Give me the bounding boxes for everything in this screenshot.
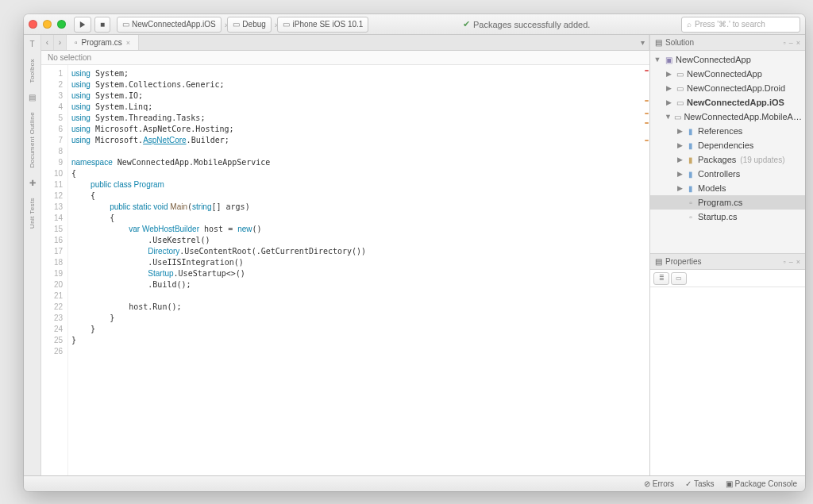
right-column: ▤ Solution ▫ – × ▼▣NewConnectedApp▶▭NewC… xyxy=(650,35,805,475)
disclosure-icon[interactable]: ▶ xyxy=(676,156,684,164)
project-selector[interactable]: ▭ NewConnectedApp.iOS xyxy=(117,17,222,33)
panel-close-icon[interactable]: × xyxy=(796,258,800,266)
disclosure-icon[interactable]: ▶ xyxy=(676,141,684,149)
disclosure-icon[interactable]: ▼ xyxy=(665,113,672,121)
disclosure-icon[interactable]: ▼ xyxy=(653,56,661,63)
disclosure-icon[interactable]: ▶ xyxy=(665,70,672,78)
search-icon: ⌕ xyxy=(687,20,692,29)
tree-node[interactable]: ▶▭NewConnectedApp.iOS xyxy=(650,95,805,110)
code-editor[interactable]: 1234567891011121314151617181920212223242… xyxy=(41,65,649,475)
properties-body xyxy=(650,287,805,475)
package-console-button[interactable]: ▣Package Console xyxy=(726,479,797,488)
run-button[interactable] xyxy=(74,17,91,33)
errors-pad-button[interactable]: ⊘Errors xyxy=(644,479,674,488)
panel-autohide-icon[interactable]: – xyxy=(789,258,793,266)
device-selector[interactable]: ▭ iPhone SE iOS 10.1 xyxy=(277,17,368,33)
tree-node[interactable]: ▼▣NewConnectedApp xyxy=(650,52,805,67)
properties-view-2[interactable]: ▭ xyxy=(671,272,687,285)
zoom-window-button[interactable] xyxy=(57,20,66,29)
breadcrumb-bar: No selection xyxy=(41,51,649,65)
device-icon: ▭ xyxy=(283,20,290,29)
main-toolbar: ■ ▭ NewConnectedApp.iOS › ▭ Debug › ▭ iP… xyxy=(24,14,805,35)
search-placeholder: Press '⌘.' to search xyxy=(695,20,765,29)
disclosure-icon[interactable]: ▶ xyxy=(676,127,684,135)
toolbox-icon: T xyxy=(29,40,34,48)
error-icon: ⊘ xyxy=(644,479,650,488)
stop-button[interactable]: ■ xyxy=(94,17,110,33)
left-pad-rail: T Toolbox ▤ Document Outline ✚ Unit Test… xyxy=(24,35,41,475)
solution-tree[interactable]: ▼▣NewConnectedApp▶▭NewConnectedApp▶▭NewC… xyxy=(650,51,805,253)
tree-label: Packages xyxy=(698,155,736,164)
tree-label: NewConnectedApp.iOS xyxy=(687,98,784,107)
selection-status: No selection xyxy=(48,53,91,62)
document-tabbar: ‹ › ▫ Program.cs × ▾ xyxy=(41,35,649,51)
line-gutter: 1234567891011121314151617181920212223242… xyxy=(41,65,68,475)
tree-node[interactable]: ▶▭NewConnectedApp.Droid xyxy=(650,81,805,95)
panel-autohide-icon[interactable]: – xyxy=(789,39,793,47)
panel-close-icon[interactable]: × xyxy=(796,39,800,47)
pad-document-outline[interactable]: Document Outline xyxy=(29,110,36,170)
config-label: Debug xyxy=(242,20,265,29)
properties-panel: ▤ Properties ▫ – × ≣ ▭ xyxy=(650,253,805,475)
status-message: ✔ Packages successfully added. xyxy=(372,19,681,29)
panel-options-icon[interactable]: ▫ xyxy=(784,39,786,47)
tree-node[interactable]: ▫Program.cs xyxy=(650,195,805,210)
tree-label: References xyxy=(698,126,742,136)
solution-icon: ▤ xyxy=(655,38,662,47)
nav-back-button[interactable]: ‹ xyxy=(41,35,54,50)
tree-label: Program.cs xyxy=(698,198,742,207)
tab-program-cs[interactable]: ▫ Program.cs × xyxy=(67,35,139,50)
tree-node[interactable]: ▶▮References xyxy=(650,124,805,138)
console-label: Package Console xyxy=(735,479,797,488)
tree-node[interactable]: ▶▮Dependencies xyxy=(650,138,805,152)
properties-view-1[interactable]: ≣ xyxy=(653,272,669,285)
tree-node[interactable]: ▫Startup.cs xyxy=(650,210,805,224)
console-icon: ▣ xyxy=(726,479,733,488)
tasks-pad-button[interactable]: ✓Tasks xyxy=(685,479,715,488)
tree-node[interactable]: ▶▮Packages(19 updates) xyxy=(650,152,805,167)
app-window: ■ ▭ NewConnectedApp.iOS › ▭ Debug › ▭ iP… xyxy=(24,14,805,491)
unit-tests-icon: ✚ xyxy=(29,179,36,187)
disclosure-icon[interactable]: ▶ xyxy=(665,98,672,106)
disclosure-icon[interactable]: ▶ xyxy=(676,184,684,192)
project-icon: ▭ xyxy=(122,20,129,29)
config-selector[interactable]: ▭ Debug xyxy=(227,17,271,33)
pad-unit-tests[interactable]: Unit Tests xyxy=(29,195,36,231)
properties-title: Properties xyxy=(665,257,702,266)
properties-toolbar: ≣ ▭ xyxy=(650,270,805,287)
editor-area: ‹ › ▫ Program.cs × ▾ No selection 123456… xyxy=(41,35,650,475)
file-icon: ▫ xyxy=(75,38,78,47)
panel-options-icon[interactable]: ▫ xyxy=(784,258,786,266)
tree-label: NewConnectedApp.MobileAppService xyxy=(684,112,805,121)
success-icon: ✔ xyxy=(463,19,470,29)
project-label: NewConnectedApp.iOS xyxy=(132,20,216,29)
window-controls xyxy=(29,20,66,29)
tab-label: Program.cs xyxy=(82,38,122,47)
tree-suffix: (19 updates) xyxy=(740,156,784,164)
disclosure-icon[interactable]: ▶ xyxy=(665,84,672,92)
properties-panel-header: ▤ Properties ▫ – × xyxy=(650,254,805,270)
tree-label: Dependencies xyxy=(698,140,753,150)
main-split: T Toolbox ▤ Document Outline ✚ Unit Test… xyxy=(24,35,805,475)
close-tab-icon[interactable]: × xyxy=(126,39,130,47)
tree-label: NewConnectedApp xyxy=(676,55,751,64)
errors-label: Errors xyxy=(653,479,674,488)
pad-toolbox[interactable]: Toolbox xyxy=(29,56,36,85)
status-bar: ⊘Errors ✓Tasks ▣Package Console xyxy=(24,475,805,491)
tab-overflow-button[interactable]: ▾ xyxy=(637,35,649,50)
tree-node[interactable]: ▶▮Controllers xyxy=(650,167,805,181)
nav-forward-button[interactable]: › xyxy=(54,35,67,50)
solution-title: Solution xyxy=(665,38,694,47)
disclosure-icon[interactable]: ▶ xyxy=(676,170,684,178)
code-content[interactable]: using System; using System.Collections.G… xyxy=(68,65,649,475)
tasks-label: Tasks xyxy=(694,479,715,488)
global-search[interactable]: ⌕ Press '⌘.' to search xyxy=(681,17,800,33)
tree-label: Startup.cs xyxy=(698,212,738,221)
tree-label: NewConnectedApp xyxy=(687,69,762,79)
tree-node[interactable]: ▶▭NewConnectedApp xyxy=(650,67,805,81)
close-window-button[interactable] xyxy=(29,20,37,29)
tree-node[interactable]: ▶▮Models xyxy=(650,181,805,195)
tree-node[interactable]: ▼▭NewConnectedApp.MobileAppService xyxy=(650,110,805,124)
solution-panel-header: ▤ Solution ▫ – × xyxy=(650,35,805,51)
minimize-window-button[interactable] xyxy=(43,20,52,29)
